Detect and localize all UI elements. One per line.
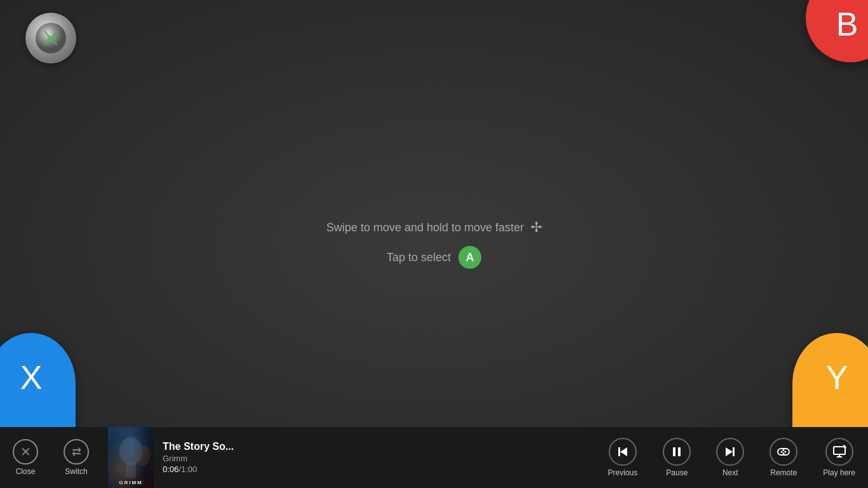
close-icon: ✕ xyxy=(13,439,38,464)
svg-point-16 xyxy=(785,451,787,453)
svg-text:GRIMM: GRIMM xyxy=(119,480,143,485)
close-label: Close xyxy=(16,467,36,476)
svg-point-4 xyxy=(135,445,151,466)
svg-point-14 xyxy=(783,449,785,451)
track-title: The Story So... xyxy=(163,441,589,452)
svg-rect-9 xyxy=(678,447,681,456)
previous-button[interactable]: Previous xyxy=(595,427,651,488)
bottom-bar: ✕ Close ⇄ Switch xyxy=(0,427,868,488)
tap-instruction-text: Tap to select xyxy=(386,251,451,264)
next-icon xyxy=(716,438,744,466)
svg-point-2 xyxy=(119,437,142,465)
pause-icon xyxy=(663,438,691,466)
switch-icon: ⇄ xyxy=(64,439,89,464)
svg-rect-6 xyxy=(618,447,620,456)
y-button-label: Y xyxy=(826,358,848,396)
center-instructions: Swipe to move and hold to move faster ✢ … xyxy=(326,219,541,269)
svg-rect-10 xyxy=(733,447,735,456)
y-button[interactable]: Y xyxy=(792,333,868,435)
x-button[interactable]: X xyxy=(0,333,76,435)
grimm-poster-image: GRIMM xyxy=(108,427,154,488)
play-here-label: Play here xyxy=(823,468,855,477)
move-icon: ✢ xyxy=(531,219,542,236)
switch-button[interactable]: ⇄ Switch xyxy=(51,427,102,488)
b-button[interactable]: B xyxy=(806,0,868,62)
track-info: The Story So... Grimm 0:06/1:00 xyxy=(163,441,589,474)
svg-rect-3 xyxy=(126,462,136,478)
previous-label: Previous xyxy=(608,468,638,477)
remote-label: Remote xyxy=(770,468,797,477)
svg-marker-11 xyxy=(726,447,733,456)
svg-rect-1 xyxy=(108,427,154,488)
next-button[interactable]: Next xyxy=(703,427,757,488)
playback-controls: Previous Pause Next xyxy=(595,427,868,488)
close-button[interactable]: ✕ Close xyxy=(0,427,51,488)
xbox-logo[interactable] xyxy=(25,13,76,64)
a-button-badge: A xyxy=(459,246,482,269)
play-here-button[interactable]: Play here xyxy=(810,427,868,488)
track-time-current: 0:06 xyxy=(163,464,179,474)
svg-marker-7 xyxy=(620,447,627,456)
track-time: 0:06/1:00 xyxy=(163,464,589,474)
remote-icon xyxy=(770,438,797,466)
remote-button[interactable]: Remote xyxy=(757,427,810,488)
xbox-logo-icon xyxy=(35,22,67,54)
play-here-icon xyxy=(825,438,853,466)
track-show: Grimm xyxy=(163,454,589,463)
previous-icon xyxy=(609,438,637,466)
svg-rect-8 xyxy=(673,447,675,456)
now-playing-section: GRIMM The Story So... Grimm 0:06/1:00 xyxy=(102,427,595,488)
svg-point-15 xyxy=(783,452,785,454)
swipe-instruction-text: Swipe to move and hold to move faster xyxy=(326,221,524,234)
pause-button[interactable]: Pause xyxy=(650,427,703,488)
album-art: GRIMM xyxy=(108,427,154,488)
svg-rect-17 xyxy=(834,447,845,454)
switch-label: Switch xyxy=(65,467,87,476)
svg-point-13 xyxy=(781,451,783,453)
x-button-label: X xyxy=(20,358,43,396)
next-label: Next xyxy=(722,468,738,477)
left-controls: ✕ Close ⇄ Switch xyxy=(0,427,102,488)
b-button-label: B xyxy=(836,5,858,43)
track-time-total: /1:00 xyxy=(179,464,197,474)
pause-label: Pause xyxy=(666,468,688,477)
